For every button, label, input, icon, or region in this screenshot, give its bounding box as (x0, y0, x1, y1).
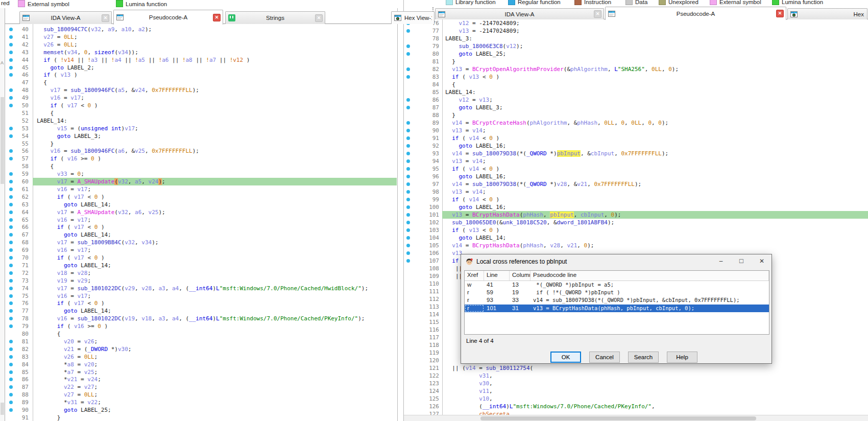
tab-hex[interactable]: Hex (787, 8, 867, 19)
code-line-90[interactable]: 90 v13 = v14; (403, 127, 868, 134)
xref-row[interactable]: r9333v14 = sub_180079D38(*(_QWORD *)pbIn… (465, 296, 769, 304)
close-button[interactable] (755, 256, 768, 266)
tab-strings[interactable]: Strings (225, 11, 325, 24)
screenshot-root: red External symbolLumina function IDA V… (0, 0, 868, 421)
code-line-89[interactable]: 89 v14 = BCryptCreateHash(phAlgorithm, &… (403, 119, 868, 127)
tab-ida-view-a[interactable]: IDA View-A (19, 11, 112, 24)
column-header-line[interactable]: Line (484, 271, 510, 280)
code-line-87[interactable]: 87 goto LABEL_3; (403, 104, 868, 111)
xref-type-cell: r (465, 305, 484, 312)
tab-pseudocode-a[interactable]: Pseudocode-A (113, 10, 223, 25)
line-number: 79 (414, 42, 439, 50)
column-cell: 31 (510, 305, 531, 312)
code-line-122[interactable]: 122 v31, (403, 372, 868, 380)
code-line-99[interactable]: 99 if ( v14 < 0 ) (403, 196, 868, 203)
line-number: 109 (414, 272, 439, 280)
scrollbar-thumb[interactable] (1, 403, 4, 415)
tab-ida-view-a[interactable]: IDA View-A (435, 8, 604, 19)
code-line-83[interactable]: 83 if ( v13 < 0 ) (403, 73, 868, 81)
code-text: LABEL_3: (445, 35, 472, 42)
code-line-88[interactable]: 88 } (403, 111, 868, 119)
line-number: 120 (414, 357, 439, 364)
scrollbar-thumb[interactable] (480, 416, 756, 420)
code-line-124[interactable]: 124 v11, (403, 387, 868, 395)
code-line-77[interactable]: 77 v13 = -2147024809; (403, 27, 868, 35)
hex-view-icon (394, 14, 402, 22)
code-text: goto LABEL_16; (445, 142, 506, 150)
code-line-81[interactable]: 81 } (403, 58, 868, 65)
xref-row[interactable]: r5919 if ( !*(_QWORD *)pbInput ) (465, 289, 769, 296)
code-line-78[interactable]: 78LABEL_3: (403, 35, 868, 42)
scrollbar-thumb[interactable] (1, 97, 4, 184)
code-line-96[interactable]: 96 goto LABEL_16; (403, 173, 868, 180)
code-line-82[interactable]: 82 v13 = BCryptOpenAlgorithmProvider(&ph… (403, 65, 868, 73)
column-header-pseudocode-line[interactable]: Pseudocode line (531, 271, 769, 280)
code-text: } (445, 58, 455, 65)
code-line-123[interactable]: 123 v30, (403, 380, 868, 387)
cancel-button[interactable]: Cancel (589, 352, 620, 363)
code-line-125[interactable]: 125 v10, (403, 395, 868, 403)
code-line-104[interactable]: 104 goto LABEL_14; (403, 234, 868, 242)
search-button[interactable]: Search (628, 352, 659, 363)
line-number: 85 (414, 88, 439, 96)
line-number: 102 (414, 219, 439, 226)
code-line-103[interactable]: 103 if ( v13 < 0 ) (403, 226, 868, 234)
tab-hex-view-1[interactable]: Hex View-1 (391, 11, 435, 24)
line-number: 97 (414, 180, 439, 188)
line-number: 94 (414, 157, 439, 165)
line-number: 101 (414, 211, 439, 219)
close-tab-icon[interactable] (102, 14, 109, 22)
code-line-97[interactable]: 97 v14 = sub_180079D38(*(_QWORD *)v28, &… (403, 180, 868, 188)
tab-label: Hex View-1 (402, 15, 432, 21)
code-line-95[interactable]: 95 if ( v14 < 0 ) (403, 165, 868, 173)
code-line-100[interactable]: 100 goto LABEL_16; (403, 203, 868, 211)
dialog-titlebar[interactable]: Local cross references to pbInput (461, 254, 771, 269)
line-marker-dot (406, 228, 410, 232)
line-number: 77 (414, 27, 439, 35)
code-line-79[interactable]: 79 sub_18006E3C8(v12); (403, 42, 868, 50)
code-line-91[interactable]: 91 if ( v14 < 0 ) (403, 134, 868, 142)
code-line-92[interactable]: 92 goto LABEL_16; (403, 142, 868, 150)
line-marker-dot (406, 106, 410, 109)
code-line-102[interactable]: 102 sub_180065DE0(&unk_18018C520, &dword… (403, 219, 868, 226)
tab-pseudocode-a[interactable]: Pseudocode-A (605, 7, 786, 20)
xref-dialog: Local cross references to pbInput XrefLi… (461, 254, 772, 364)
code-line-121[interactable]: 121 || (v14 = sub_180112754( (403, 364, 868, 372)
line-number: 83 (414, 73, 439, 81)
pseudocode-cell: if ( !*(_QWORD *)pbInput ) (531, 289, 769, 296)
close-tab-icon[interactable] (594, 10, 601, 18)
left-edge-pane-sliver[interactable]: A (0, 8, 5, 421)
close-tab-icon[interactable] (776, 10, 784, 17)
maximize-button[interactable] (735, 256, 748, 266)
code-text: v13 = v14; (445, 127, 486, 134)
code-line-93[interactable]: 93 v14 = sub_180079D38(*(_QWORD *)pbInpu… (403, 150, 868, 157)
code-line-80[interactable]: 80 goto LABEL_25; (403, 50, 868, 58)
xref-row[interactable]: w4113 *(_QWORD *)pbInput = a5; (465, 281, 769, 289)
code-line-84[interactable]: 84 { (403, 81, 868, 88)
column-header-column[interactable]: Column (510, 271, 531, 280)
line-marker-dot (406, 213, 410, 217)
code-line-126[interactable]: 126 (__int64)L"msft:Windows/7.0/Phone/Ca… (403, 403, 868, 410)
help-button[interactable]: Help (667, 352, 697, 363)
line-number: 87 (414, 104, 439, 111)
line-number: 95 (414, 165, 439, 173)
code-line-86[interactable]: 86 v12 = v13; (403, 96, 868, 104)
xref-row[interactable]: r10131v13 = BCryptHashData(phHash, pbInp… (465, 305, 769, 312)
xref-list[interactable]: XrefLineColumnPseudocode line w4113 *(_Q… (464, 270, 769, 335)
line-number: 122 (414, 372, 439, 380)
code-line-105[interactable]: 105 v14 = BCryptHashData(phHash, v28, v2… (403, 242, 868, 249)
close-tab-icon[interactable] (213, 14, 221, 21)
ok-button[interactable]: OK (550, 352, 581, 363)
code-text: v14 = BCryptHashData(phHash, v28, v21, 0… (445, 242, 594, 249)
close-tab-icon[interactable] (315, 14, 323, 22)
minimize-button[interactable] (714, 256, 728, 266)
line-marker-dot (406, 167, 410, 171)
code-line-101[interactable]: 101 v13 = BCryptHashData(phHash, pbInput… (403, 211, 868, 219)
code-line-85[interactable]: 85LABEL_14: (403, 88, 868, 96)
line-number: 104 (414, 234, 439, 242)
column-header-xref[interactable]: Xref (465, 271, 484, 280)
code-line-76[interactable]: 76 v12 = -2147024809; (403, 19, 868, 27)
code-line-98[interactable]: 98 v13 = v14; (403, 188, 868, 196)
horizontal-scrollbar[interactable] (404, 415, 868, 421)
code-line-94[interactable]: 94 v13 = v14; (403, 157, 868, 165)
